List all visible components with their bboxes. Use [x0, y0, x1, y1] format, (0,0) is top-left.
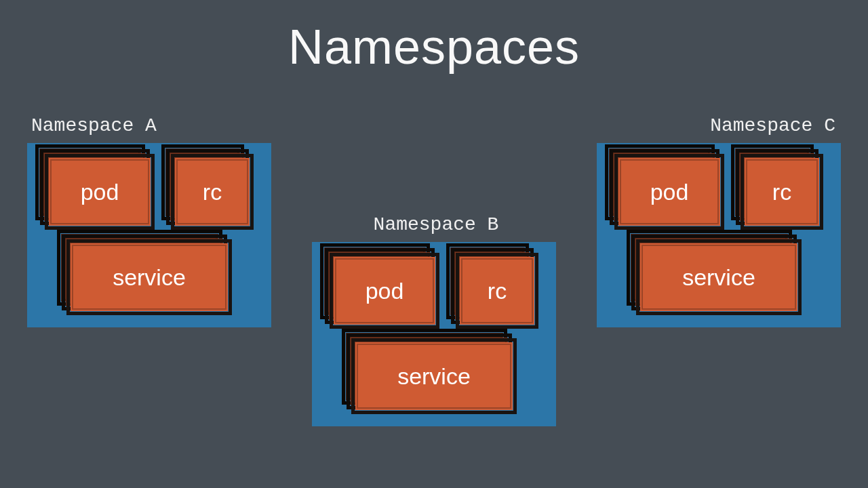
slide-title: Namespaces — [0, 19, 868, 75]
service-stack-icon: service — [71, 243, 228, 311]
pod-stack-icon: pod — [334, 257, 435, 325]
pod-card: pod — [618, 158, 720, 226]
namespace-c-row-2: service — [608, 243, 830, 311]
namespace-b-row-1: pod rc — [323, 257, 545, 325]
pod-stack-icon: pod — [618, 158, 720, 226]
service-card: service — [640, 243, 797, 311]
namespace-a-row-1: pod rc — [38, 158, 260, 226]
namespace-b-box: pod rc service — [312, 242, 556, 426]
pod-card: pod — [334, 257, 435, 325]
rc-stack-icon: rc — [175, 158, 250, 226]
pod-stack-icon: pod — [49, 158, 151, 226]
rc-stack-icon: rc — [745, 158, 819, 226]
service-stack-icon: service — [355, 342, 513, 410]
rc-card: rc — [460, 257, 534, 325]
namespace-a: Namespace A pod rc service — [27, 115, 271, 327]
rc-stack-icon: rc — [460, 257, 534, 325]
namespace-a-label: Namespace A — [27, 115, 271, 136]
namespace-b: Namespace B pod rc service — [312, 214, 556, 426]
namespace-b-label: Namespace B — [312, 214, 556, 235]
slide: Namespaces Namespace A pod rc — [0, 0, 868, 488]
service-card: service — [71, 243, 228, 311]
namespace-b-row-2: service — [323, 342, 545, 410]
namespace-a-row-2: service — [38, 243, 260, 311]
namespace-c-row-1: pod rc — [608, 158, 830, 226]
service-stack-icon: service — [640, 243, 797, 311]
pod-card: pod — [49, 158, 151, 226]
namespace-c-label: Namespace C — [597, 115, 841, 136]
rc-card: rc — [175, 158, 250, 226]
service-card: service — [355, 342, 513, 410]
namespace-c-box: pod rc service — [597, 143, 841, 327]
namespace-a-box: pod rc service — [27, 143, 271, 327]
rc-card: rc — [745, 158, 819, 226]
namespace-c: Namespace C pod rc service — [597, 115, 841, 327]
